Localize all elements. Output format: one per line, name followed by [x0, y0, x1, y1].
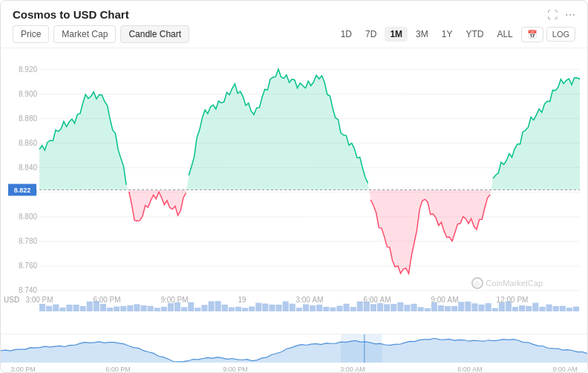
right-tabs: 1D 7D 1M 3M 1Y YTD ALL 📅 LOG — [336, 27, 575, 42]
time-1d[interactable]: 1D — [336, 27, 357, 42]
time-7d[interactable]: 7D — [360, 27, 382, 42]
main-chart-canvas — [1, 48, 587, 334]
watermark: ◎ CoinMarketCap — [471, 277, 543, 289]
tabs-row: Price Market Cap Candle Chart 1D 7D 1M 3… — [1, 25, 587, 48]
chart-title: Cosmos to USD Chart — [13, 8, 129, 21]
time-1y[interactable]: 1Y — [437, 27, 458, 42]
main-container: Cosmos to USD Chart ⛶ ⋯ Price Market Cap… — [0, 0, 588, 373]
log-button[interactable]: LOG — [546, 27, 575, 42]
expand-icon[interactable]: ⛶ — [547, 9, 558, 21]
mini-chart-area — [1, 334, 587, 372]
more-icon[interactable]: ⋯ — [565, 9, 575, 21]
header-icons: ⛶ ⋯ — [547, 9, 575, 21]
time-1m[interactable]: 1M — [385, 27, 408, 42]
tab-price[interactable]: Price — [13, 25, 49, 43]
tab-market-cap[interactable]: Market Cap — [53, 25, 116, 43]
time-all[interactable]: ALL — [491, 27, 517, 42]
tab-candle-chart[interactable]: Candle Chart — [120, 25, 189, 43]
cmc-circle-icon: ◎ — [471, 277, 483, 289]
main-chart-area: ◎ CoinMarketCap — [1, 48, 587, 334]
left-tabs: Price Market Cap Candle Chart — [13, 25, 189, 43]
calendar-button[interactable]: 📅 — [521, 27, 543, 42]
time-ytd[interactable]: YTD — [460, 27, 489, 42]
mini-chart-canvas — [1, 334, 587, 373]
time-3m[interactable]: 3M — [411, 27, 434, 42]
chart-header: Cosmos to USD Chart ⛶ ⋯ — [1, 1, 587, 25]
watermark-text: CoinMarketCap — [486, 279, 543, 288]
